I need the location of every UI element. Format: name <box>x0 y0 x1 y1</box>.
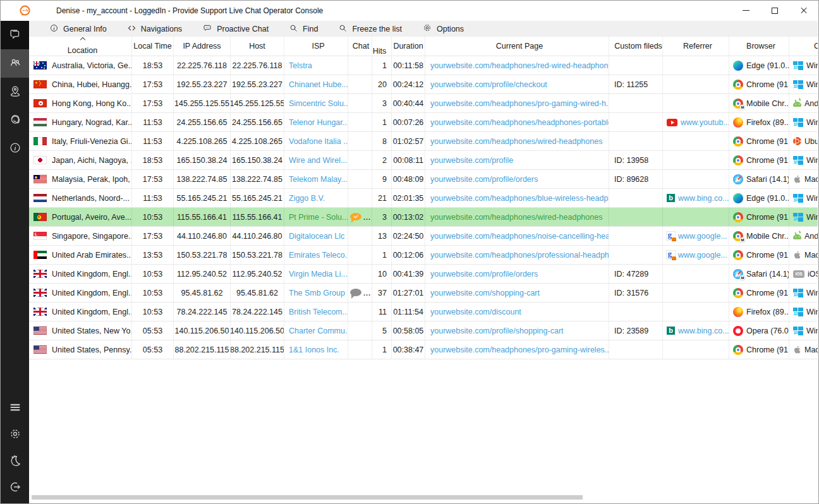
app-window: Denise - my_account - LoggedIn - Provide… <box>0 0 819 504</box>
windows-icon: 10 <box>793 118 803 127</box>
horizontal-scrollbar-thumb[interactable] <box>32 495 583 500</box>
cell-custom-fields <box>609 340 663 359</box>
column-header-os[interactable]: OS <box>789 37 818 56</box>
toolbar-general-info-button[interactable]: General Info <box>48 23 108 35</box>
toolbar-proactive-chat-button[interactable]: Proactive Chat <box>201 23 270 35</box>
referrer-link[interactable]: www.bing.co... <box>678 327 729 335</box>
flag-uae-icon <box>33 251 47 259</box>
safari-icon <box>733 174 743 184</box>
column-header-local-time[interactable]: Local Time <box>132 37 174 56</box>
visitor-row[interactable]: Portugal, Aveiro, Ave...10:53115.55.166.… <box>29 208 818 227</box>
toolbar-find-button[interactable]: Find <box>288 23 319 35</box>
location-text: Singapore, Singapore... <box>52 232 132 241</box>
cell-ip-address: 24.255.156.65 <box>174 113 231 131</box>
column-header-duration[interactable]: Duration <box>392 37 425 56</box>
referrer-link[interactable]: www.google... <box>678 251 727 260</box>
visitor-row[interactable]: United Kingdom, Engl...10:53112.95.240.5… <box>29 265 818 284</box>
column-header-browser[interactable]: Browser <box>729 37 789 56</box>
column-header-chat[interactable]: Chat <box>348 37 372 56</box>
column-header-custom-fields[interactable]: Custom fileds <box>609 37 663 56</box>
edge-icon <box>733 193 743 203</box>
chrome-icon <box>733 288 743 298</box>
visitor-table-body: Australia, Victoria, Ge...18:5322.225.76… <box>29 56 818 359</box>
column-header-current-page[interactable]: Current Page <box>425 37 609 56</box>
current-page-link[interactable]: yourwebsite.com/headphones/professional-… <box>430 251 609 260</box>
current-page-link[interactable]: yourwebsite.com/shopping-cart <box>430 289 540 297</box>
visitor-row[interactable]: Hong Kong, Hong Ko...17:53145.255.125.55… <box>29 94 818 113</box>
current-page-link[interactable]: yourwebsite.com/headphones/pro-gaming-wi… <box>430 99 609 108</box>
cell-chat <box>348 113 372 131</box>
column-header-isp[interactable]: ISP <box>284 37 348 56</box>
toolbar-navigations-button[interactable]: Navigations <box>126 23 183 35</box>
column-header-hits[interactable]: Hits <box>372 37 392 56</box>
flag-hongkong-icon <box>33 99 47 107</box>
cell-referrer <box>663 132 729 150</box>
toolbar-options-button[interactable]: Options <box>421 23 465 35</box>
sidebar-item-info[interactable] <box>1 135 29 163</box>
column-header-location[interactable]: Location <box>29 37 132 56</box>
cell-os: 10Win <box>789 303 818 321</box>
referrer-link[interactable]: www.google... <box>678 232 727 241</box>
visitor-row[interactable]: United Kingdom, Engl...10:5395.45.81.629… <box>29 284 818 303</box>
current-page-link[interactable]: yourwebsite.com/profile/shopping-cart <box>430 327 564 335</box>
sidebar-item-chats[interactable] <box>1 21 29 49</box>
referrer-link[interactable]: www.bing.co... <box>678 194 729 203</box>
current-page-link[interactable]: yourwebsite.com/profile/orders <box>430 175 538 184</box>
sidebar-item-visitors[interactable] <box>1 49 29 78</box>
visitor-row[interactable]: Australia, Victoria, Ge...18:5322.225.76… <box>29 56 818 75</box>
maximize-button[interactable] <box>760 1 789 20</box>
toolbar-freeze-list-button[interactable]: Freeze the list <box>337 23 403 35</box>
current-page-link[interactable]: yourwebsite.com/profile/orders <box>430 270 538 279</box>
column-header-referrer[interactable]: Referrer <box>663 37 729 56</box>
cell-location: Australia, Victoria, Ge... <box>29 56 132 75</box>
sidebar-item-geo-location[interactable] <box>1 78 29 106</box>
cell-location: Japan, Aichi, Nagoya, ... <box>29 151 132 169</box>
sidebar-item-operators[interactable] <box>1 106 29 135</box>
cell-referrer: www.bing.co... <box>663 189 729 207</box>
cell-chat <box>348 340 372 359</box>
cell-os: And <box>789 227 818 245</box>
visitor-row[interactable]: United Arab Emirates...13:53150.53.221.7… <box>29 246 818 265</box>
chat-bubble-icon <box>202 23 212 35</box>
referrer-link[interactable]: www.youtub... <box>681 118 729 127</box>
visitor-row[interactable]: United States, Pennsy...05:5388.202.215.… <box>29 340 818 359</box>
operator-headset-icon <box>8 112 22 128</box>
visitor-row[interactable]: Italy, Friuli-Venezia Gi...11:534.225.10… <box>29 132 818 151</box>
current-page-link[interactable]: yourwebsite.com/headphones/wired-headpho… <box>430 213 602 222</box>
current-page-link[interactable]: yourwebsite.com/headphones/noise-cancell… <box>430 232 609 241</box>
sidebar-item-settings[interactable] <box>1 421 29 448</box>
visitor-row[interactable]: Singapore, Singapore...17:5344.110.246.8… <box>29 227 818 246</box>
cell-referrer <box>663 94 729 112</box>
current-page-link[interactable]: yourwebsite.com/headphones/blue-wireless… <box>430 194 609 203</box>
close-button[interactable] <box>789 1 818 20</box>
minimize-button[interactable] <box>731 1 760 20</box>
location-text: United Kingdom, Engl... <box>52 308 132 316</box>
cell-duration: 00:13:02 <box>392 208 425 226</box>
cell-hits: 3 <box>372 208 392 226</box>
column-header-ip-address[interactable]: IP Address <box>174 37 231 56</box>
current-page-link[interactable]: yourwebsite.com/headphones/pro-gaming-wi… <box>430 345 609 354</box>
visitor-row[interactable]: Hungary, Nograd, Kar...11:5324.255.156.6… <box>29 113 818 132</box>
cell-custom-fields: ID: 89628 <box>609 170 663 188</box>
visitor-row[interactable]: Japan, Aichi, Nagoya, ...18:53165.150.38… <box>29 151 818 170</box>
visitor-row[interactable]: United Kingdom, Engl...10:5378.24.222.14… <box>29 303 818 321</box>
current-page-link[interactable]: yourwebsite.com/headphones/headphones-po… <box>430 118 609 127</box>
windows-icon: 10 <box>793 308 803 316</box>
column-header-host[interactable]: Host <box>231 37 284 56</box>
browser-label: Mobile Chr... <box>746 232 789 241</box>
flag-uk-icon <box>33 289 47 297</box>
visitor-row[interactable]: China, Hubei, Huangg...17:53192.55.23.22… <box>29 75 818 94</box>
current-page-link[interactable]: yourwebsite.com/headphones/red-wired-hea… <box>430 61 609 70</box>
current-page-link[interactable]: yourwebsite.com/profile <box>430 156 513 165</box>
current-page-link[interactable]: yourwebsite.com/discount <box>430 308 521 316</box>
visitor-row[interactable]: Netherlands, Noord-...11:5355.165.245.21… <box>29 189 818 208</box>
sidebar-item-logout[interactable] <box>1 474 29 501</box>
current-page-link[interactable]: yourwebsite.com/headphones/wired-headpho… <box>430 137 602 146</box>
current-page-link[interactable]: yourwebsite.com/profile/checkout <box>430 80 547 89</box>
visitor-row[interactable]: Malaysia, Perak, Ipoh, ...17:53138.222.7… <box>29 170 818 189</box>
visitor-row[interactable]: United States, New Yo...05:53140.115.206… <box>29 321 818 340</box>
sidebar-item-night-mode[interactable] <box>1 448 29 474</box>
sidebar-item-menu[interactable] <box>1 395 29 421</box>
flag-china-icon <box>33 80 47 88</box>
edge-icon <box>733 61 743 71</box>
